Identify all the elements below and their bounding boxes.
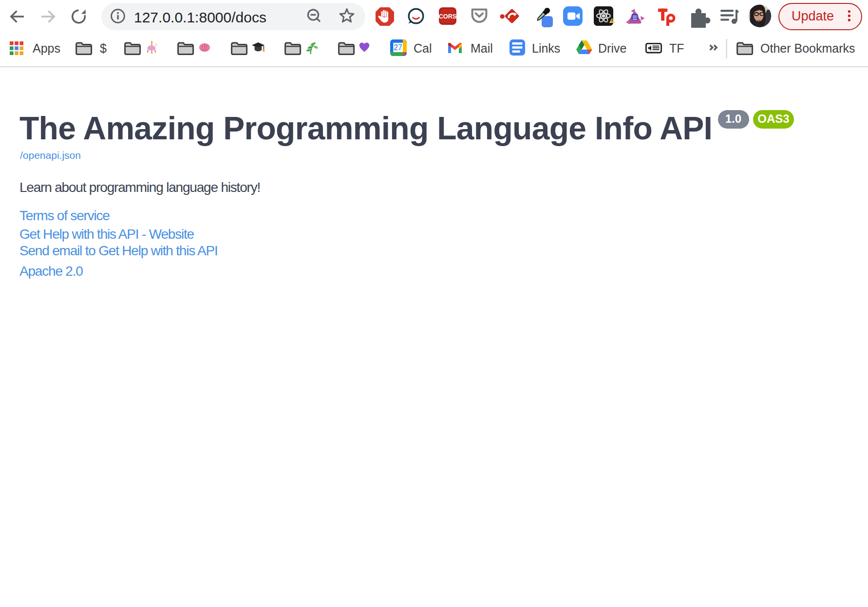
svg-text:CORS: CORS [439,13,457,20]
svg-text:27: 27 [394,43,402,52]
